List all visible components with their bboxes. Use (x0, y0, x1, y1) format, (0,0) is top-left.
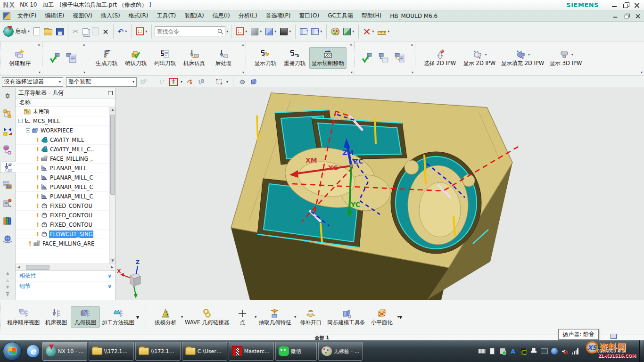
show-hide-button[interactable]: ▾ (342, 26, 355, 37)
group-dropdown-icon[interactable]: ▾ (641, 70, 643, 74)
draft-analysis-button[interactable]: 拔模分析 (151, 307, 180, 327)
create-program-button[interactable]: 创建程序 (5, 48, 34, 68)
restore-button[interactable] (622, 2, 629, 8)
generate-toolpath-button[interactable]: 生成刀轨 (92, 48, 121, 68)
tool-list-icon[interactable] (393, 52, 405, 64)
collapse-icon[interactable]: − (26, 128, 30, 132)
machining-feature-icon[interactable] (2, 180, 13, 191)
nvidia-tray-icon[interactable] (520, 347, 527, 355)
view-triad[interactable]: X Z Y (117, 259, 140, 300)
show-3d-ipw-button[interactable]: ▾ 显示 3D IPW (546, 48, 586, 68)
tree-row-operation[interactable]: ! PLANAR_MILL_C (16, 173, 116, 182)
fit-view-button[interactable]: ▾ (134, 26, 149, 37)
tree-row-selected[interactable]: ! FLOWCUT_SING (16, 230, 116, 239)
usb-tray-icon[interactable] (488, 347, 496, 355)
details-section[interactable]: 细节 ∨ (16, 281, 116, 291)
group-dropdown-icon[interactable]: ▾ (412, 70, 413, 74)
start-menu-button[interactable]: 启动 ▾ (2, 25, 31, 38)
power-plug-icon[interactable] (530, 347, 537, 355)
taskbar-app-paint[interactable]: 无标题 - ... (318, 342, 363, 361)
object-display-button[interactable] (330, 26, 341, 37)
web-browser-icon[interactable] (2, 233, 13, 245)
tree-row-mcs[interactable]: − MCS_MILL (16, 116, 116, 126)
show-2d-ipw-button[interactable]: ▾ 显示 2D IPW (460, 48, 499, 68)
usb-safe-remove-icon[interactable] (499, 347, 506, 355)
render-style-button[interactable]: ▾ (279, 26, 292, 37)
menu-file[interactable]: 文件(F) (13, 11, 41, 21)
chevron-down-icon[interactable]: ▾ (181, 80, 182, 84)
display-tray-icon[interactable] (540, 347, 548, 355)
scrollbar-thumb[interactable] (110, 115, 115, 195)
fit-window-button[interactable]: ▾ (234, 26, 248, 37)
show-desktop-button[interactable] (639, 340, 643, 362)
copy-button[interactable] (81, 27, 90, 36)
scroll-down-icon[interactable]: ▼ (110, 258, 116, 264)
taskbar-app-folder1[interactable]: \\172.16.... (89, 342, 134, 361)
resource-bar-arrows[interactable]: ▲▲▼▼ (6, 271, 9, 300)
menu-insert[interactable]: 插入(S) (97, 11, 124, 21)
column-header-name[interactable]: 名称 (19, 99, 31, 107)
network-signal-icon[interactable] (571, 347, 579, 355)
close-button[interactable] (634, 2, 640, 8)
machine-tool-navigator-icon[interactable] (2, 197, 13, 209)
menu-information[interactable]: 信息(I) (208, 11, 234, 21)
tree-row-operation[interactable]: ! PLANAR_MILL (16, 164, 116, 173)
speaker-muted-icon[interactable] (561, 347, 569, 355)
doc-restore-button[interactable] (624, 13, 629, 18)
group-dropdown-icon[interactable]: ▾ (399, 314, 402, 321)
scroll-left-icon[interactable]: ◀ (16, 265, 22, 269)
list-toolpath-button[interactable]: 列出刀轨 (150, 48, 180, 68)
tree-row-unused[interactable]: 未用项 (16, 107, 116, 116)
selection-scope-dropdown[interactable]: 整个装配 ▾ (66, 77, 137, 87)
overflow-icon[interactable]: » (411, 42, 413, 48)
command-finder[interactable] (155, 26, 225, 36)
delete-button[interactable] (101, 27, 110, 36)
scroll-right-icon[interactable]: ▶ (109, 265, 116, 269)
overflow-icon[interactable]: » (83, 42, 85, 48)
verify-toolpath-button[interactable]: 确认刀轨 (121, 48, 150, 68)
tree-row-operation[interactable]: ! FIXED_CONTOU (16, 211, 116, 220)
new-file-button[interactable] (32, 26, 41, 37)
graphics-viewport[interactable]: ZM ZC XM XC YC X Z Y (116, 88, 644, 300)
doc-close-button[interactable] (635, 13, 641, 18)
machine-tool-view-button[interactable]: 机床视图 (41, 307, 71, 327)
overflow-icon[interactable]: » (350, 42, 353, 48)
tree-row-operation[interactable]: ! FIXED_CONTOU (16, 201, 116, 211)
tree-row-workpiece[interactable]: − WORKPIECE (16, 126, 116, 135)
group-dropdown-icon[interactable]: ▾ (242, 70, 244, 74)
window-pane-button[interactable] (298, 27, 309, 36)
vertical-scrollbar[interactable]: ▲ ▼ (109, 107, 116, 264)
check-tool-icon[interactable] (49, 52, 61, 64)
assembly-navigator-icon[interactable] (2, 108, 13, 119)
tree-row-operation[interactable]: ! FACE_MILLING_. (16, 154, 116, 164)
input-method-icon[interactable]: A (509, 347, 517, 355)
chevron-down-icon[interactable]: ▾ (226, 80, 228, 84)
patch-openings-button[interactable]: 修补开口 (296, 307, 325, 327)
dependencies-section[interactable]: 相依性 ∨ (16, 271, 116, 281)
tree-row-operation[interactable]: ! CAVITY_MILL_C.. (16, 145, 116, 154)
replay-toolpath-button[interactable]: 重播刀轨 (280, 48, 309, 68)
wave-geometry-linker-button[interactable]: WAVE 几何链接器 (183, 307, 231, 327)
operation-navigator-icon[interactable] (0, 162, 16, 173)
overflow-icon[interactable]: » (241, 42, 244, 48)
scrollbar-thumb[interactable] (26, 265, 50, 270)
menu-view[interactable]: 视图(V) (68, 11, 97, 21)
library-icon[interactable] (2, 215, 13, 227)
extract-geometry-button[interactable]: 抽取几何特征 (256, 307, 293, 327)
security-shield-icon[interactable] (551, 347, 558, 355)
selection-filter-dropdown[interactable]: 没有选择过滤器 ▾ (2, 77, 63, 87)
hand-tool-icon[interactable] (197, 78, 205, 86)
snap-enabled-icon[interactable] (169, 78, 178, 86)
sync-modeling-button[interactable]: 同步建模工具条 (325, 307, 367, 327)
taskbar-app-wechat[interactable]: 微信 (275, 342, 317, 361)
marquee-select-icon[interactable] (215, 78, 223, 86)
window-pane2-button[interactable]: ▾ (310, 27, 323, 36)
doc-minimize-button[interactable] (612, 13, 618, 18)
taskbar-app-folder3[interactable]: C:\Users\... (182, 342, 227, 361)
tree-row-operation[interactable]: ! PLANAR_MILL_C (16, 192, 116, 201)
rotate-point-icon[interactable] (185, 78, 194, 86)
tree-row-operation[interactable]: ! PLANAR_MILL_C (16, 182, 116, 192)
machine-sim-button[interactable]: 机床仿真 (180, 48, 209, 68)
menu-preferences[interactable]: 首选项(P) (262, 11, 295, 21)
open-file-button[interactable] (42, 26, 54, 37)
